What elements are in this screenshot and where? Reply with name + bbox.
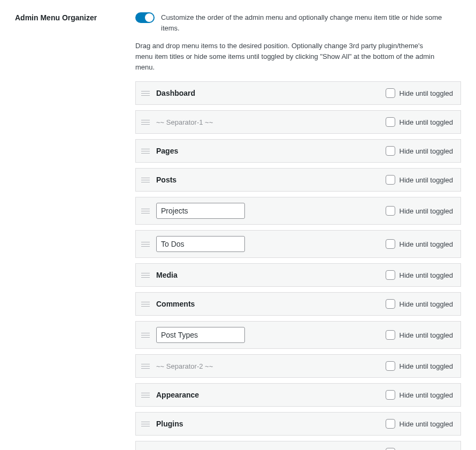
menu-item-left: Appearance	[141, 391, 199, 399]
menu-item-left: Posts	[141, 176, 176, 184]
menu-list: DashboardHide until toggled~~ Separator-…	[135, 81, 461, 450]
hide-checkbox[interactable]	[386, 448, 395, 450]
menu-item-title-input[interactable]	[156, 236, 245, 252]
drag-handle-icon[interactable]	[141, 118, 150, 126]
menu-item-left: ~~ Separator-1 ~~	[141, 118, 213, 126]
menu-item-right: Hide until toggled	[386, 361, 453, 371]
hide-checkbox[interactable]	[386, 88, 395, 98]
menu-item[interactable]: CommentsHide until toggled	[135, 292, 461, 316]
hide-label: Hide until toggled	[400, 271, 453, 279]
menu-item-right: Hide until toggled	[386, 206, 453, 216]
menu-item-label: Dashboard	[156, 89, 195, 97]
toggle-knob	[145, 13, 153, 22]
drag-handle-icon[interactable]	[141, 362, 150, 370]
menu-item-label: Appearance	[156, 391, 199, 399]
menu-item-right: Hide until toggled	[386, 117, 453, 127]
menu-item[interactable]: ~~ Separator-2 ~~Hide until toggled	[135, 354, 461, 378]
drag-handle-icon[interactable]	[141, 240, 150, 248]
long-description: Drag and drop menu items to the desired …	[135, 41, 435, 73]
hide-label: Hide until toggled	[400, 118, 453, 126]
drag-handle-icon[interactable]	[141, 420, 150, 428]
hide-checkbox[interactable]	[386, 175, 395, 185]
menu-item-left: Pages	[141, 147, 178, 155]
menu-item[interactable]: Hide until toggled	[135, 197, 461, 225]
menu-item-label: Comments	[156, 300, 195, 308]
menu-item-left: Comments	[141, 300, 195, 308]
drag-handle-icon[interactable]	[141, 331, 150, 339]
hide-checkbox[interactable]	[386, 361, 395, 371]
menu-item-title-input[interactable]	[156, 327, 245, 343]
drag-handle-icon[interactable]	[141, 147, 150, 155]
hide-label: Hide until toggled	[400, 240, 453, 248]
menu-item-left	[141, 203, 245, 219]
menu-item-right: Hide until toggled	[386, 175, 453, 185]
menu-item[interactable]: Hide until toggled	[135, 321, 461, 349]
drag-handle-icon[interactable]	[141, 207, 150, 215]
menu-item-left: ~~ Separator-2 ~~	[141, 362, 213, 370]
menu-item[interactable]: ~~ Separator-1 ~~Hide until toggled	[135, 110, 461, 134]
menu-item[interactable]: AppearanceHide until toggled	[135, 383, 461, 407]
hide-checkbox[interactable]	[386, 299, 395, 309]
menu-item-right: Hide until toggled	[386, 270, 453, 280]
drag-handle-icon[interactable]	[141, 391, 150, 399]
menu-item-label: Media	[156, 271, 178, 279]
hide-checkbox[interactable]	[386, 206, 395, 216]
drag-handle-icon[interactable]	[141, 271, 150, 279]
hide-checkbox[interactable]	[386, 270, 395, 280]
drag-handle-icon[interactable]	[141, 176, 150, 184]
hide-label: Hide until toggled	[400, 362, 453, 370]
menu-item-right: Hide until toggled	[386, 448, 453, 450]
menu-item-left: Dashboard	[141, 89, 195, 97]
hide-label: Hide until toggled	[400, 147, 453, 155]
hide-label: Hide until toggled	[400, 176, 453, 184]
menu-item-right: Hide until toggled	[386, 419, 453, 429]
menu-item[interactable]: PluginsHide until toggled	[135, 412, 461, 436]
menu-item[interactable]: PagesHide until toggled	[135, 139, 461, 163]
menu-item-right: Hide until toggled	[386, 239, 453, 249]
menu-item[interactable]: PostsHide until toggled	[135, 168, 461, 192]
menu-item-label: Pages	[156, 147, 178, 155]
organizer-toggle[interactable]	[135, 12, 155, 23]
drag-handle-icon[interactable]	[141, 89, 150, 97]
hide-label: Hide until toggled	[400, 89, 453, 97]
menu-item[interactable]: DashboardHide until toggled	[135, 81, 461, 105]
menu-item-left: Media	[141, 271, 178, 279]
menu-item-right: Hide until toggled	[386, 330, 453, 340]
menu-item-label: Posts	[156, 176, 176, 184]
hide-label: Hide until toggled	[400, 207, 453, 215]
hide-checkbox[interactable]	[386, 390, 395, 400]
menu-item-right: Hide until toggled	[386, 146, 453, 156]
menu-item-left	[141, 327, 245, 343]
hide-checkbox[interactable]	[386, 419, 395, 429]
menu-item-right: Hide until toggled	[386, 390, 453, 400]
menu-item[interactable]: Hide until toggled	[135, 230, 461, 258]
menu-item-left	[141, 236, 245, 252]
hide-checkbox[interactable]	[386, 239, 395, 249]
menu-item-right: Hide until toggled	[386, 88, 453, 98]
drag-handle-icon[interactable]	[141, 300, 150, 308]
hide-label: Hide until toggled	[400, 391, 453, 399]
menu-item-right: Hide until toggled	[386, 299, 453, 309]
hide-checkbox[interactable]	[386, 330, 395, 340]
menu-item-label: Plugins	[156, 420, 183, 428]
hide-label: Hide until toggled	[400, 300, 453, 308]
menu-item-separator-label: ~~ Separator-2 ~~	[156, 362, 213, 370]
hide-label: Hide until toggled	[400, 420, 453, 428]
menu-item[interactable]: UsersHide until toggled	[135, 441, 461, 450]
section-title: Admin Menu Organizer	[15, 13, 135, 22]
menu-item-separator-label: ~~ Separator-1 ~~	[156, 118, 213, 126]
hide-label: Hide until toggled	[400, 331, 453, 339]
short-description: Customize the order of the admin menu an…	[161, 12, 460, 33]
menu-item-title-input[interactable]	[156, 203, 245, 219]
hide-checkbox[interactable]	[386, 117, 395, 127]
menu-item-left: Plugins	[141, 420, 183, 428]
hide-checkbox[interactable]	[386, 146, 395, 156]
menu-item[interactable]: MediaHide until toggled	[135, 263, 461, 287]
